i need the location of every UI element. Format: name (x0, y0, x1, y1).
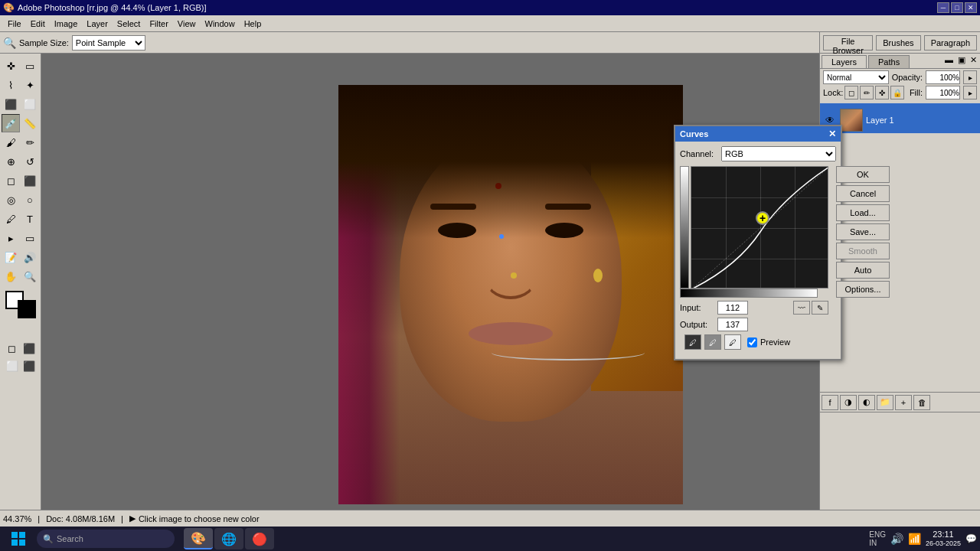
fill-input[interactable] (926, 86, 960, 99)
curves-options-button[interactable]: Options... (836, 281, 890, 298)
curves-vertical-gradient (680, 166, 689, 289)
panel-minimize-btn[interactable]: ▬ (943, 55, 955, 68)
preview-checkbox[interactable] (747, 337, 757, 347)
slice-tool[interactable]: ⬜ (21, 95, 39, 113)
menu-file[interactable]: File (3, 18, 26, 30)
marquee-tool[interactable]: ▭ (21, 57, 39, 75)
layer-adjustment-btn[interactable]: ◐ (858, 395, 875, 410)
tab-layers[interactable]: Layers (822, 55, 867, 68)
blur-tool[interactable]: ◎ (2, 191, 20, 209)
close-button[interactable]: ✕ (965, 2, 977, 13)
layer-group-btn[interactable]: 📁 (877, 395, 893, 410)
menu-view[interactable]: View (173, 18, 201, 30)
lock-image-btn[interactable]: ✏ (860, 86, 874, 99)
sample-size-select[interactable]: Point Sample 3 by 3 Average 5 by 5 Avera… (72, 35, 145, 51)
standard-mode-btn[interactable]: ◻ (5, 341, 20, 356)
maximize-button[interactable]: □ (951, 2, 963, 13)
standard-screen-btn[interactable]: ⬜ (5, 358, 20, 373)
volume-icon[interactable]: 🔊 (890, 533, 903, 545)
date-display: 26-03-2025 (926, 540, 961, 548)
hand-tool[interactable]: ✋ (2, 267, 20, 285)
canvas-image[interactable] (338, 85, 683, 504)
measure-tool[interactable]: 📏 (21, 114, 39, 132)
path-selection-tool[interactable]: ▸ (2, 229, 20, 247)
layer-item[interactable]: 👁 Layer 1 (820, 106, 980, 134)
search-box[interactable]: 🔍 Search (37, 530, 175, 548)
curves-graph[interactable]: + (691, 166, 828, 289)
lasso-tool[interactable]: ⌇ (2, 76, 20, 94)
pencil-tool[interactable]: ✏ (21, 133, 39, 152)
tab-paths[interactable]: Paths (868, 55, 910, 68)
menu-filter[interactable]: Filter (145, 18, 172, 30)
lock-position-btn[interactable]: ✜ (875, 86, 889, 99)
fill-arrow[interactable]: ▸ (963, 86, 977, 99)
start-button[interactable] (3, 529, 34, 549)
curves-save-button[interactable]: Save... (836, 223, 890, 240)
full-screen-btn[interactable]: ⬛ (21, 358, 37, 373)
curves-eyedropper-white[interactable]: 🖊 (724, 334, 741, 350)
type-tool[interactable]: T (21, 210, 39, 228)
paragraph-button[interactable]: Paragraph (924, 35, 977, 51)
brushes-button[interactable]: Brushes (876, 35, 920, 51)
crop-tool[interactable]: ⬛ (2, 95, 20, 113)
curves-auto-button[interactable]: Auto (836, 262, 890, 279)
curves-ok-button[interactable]: OK (836, 166, 890, 183)
history-brush-tool[interactable]: ↺ (21, 152, 39, 171)
quick-mask-btn[interactable]: ⬛ (21, 341, 37, 356)
menu-help[interactable]: Help (240, 18, 266, 30)
layer-thumbnail (840, 109, 863, 132)
notes-tool[interactable]: 📝 (2, 248, 20, 266)
curves-close-button[interactable]: ✕ (828, 129, 836, 139)
curves-control-point[interactable]: + (756, 211, 769, 225)
fill-tool[interactable]: ⬛ (21, 171, 39, 190)
move-tool[interactable]: ✜ (2, 57, 20, 75)
curves-smooth-button[interactable]: Smooth (836, 243, 890, 259)
lock-all-btn[interactable]: 🔒 (890, 86, 904, 99)
panel-expand-btn[interactable]: ▣ (956, 55, 967, 68)
menu-window[interactable]: Window (201, 18, 240, 30)
taskbar-app-2[interactable]: 🔴 (245, 528, 274, 549)
delete-layer-btn[interactable]: 🗑 (913, 395, 930, 410)
panel-close-btn[interactable]: ✕ (969, 55, 978, 68)
eraser-tool[interactable]: ◻ (2, 171, 20, 190)
menu-select[interactable]: Select (113, 18, 145, 30)
blend-mode-select[interactable]: Normal Multiply Screen (823, 70, 889, 84)
brush-tool[interactable]: 🖌 (2, 133, 20, 152)
curves-cancel-button[interactable]: Cancel (836, 185, 890, 202)
hair-area (338, 85, 683, 238)
shape-tool[interactable]: ▭ (21, 229, 39, 247)
menu-edit[interactable]: Edit (26, 18, 50, 30)
windows-logo-icon (11, 531, 26, 546)
pen-tool[interactable]: 🖊 (2, 210, 20, 228)
svg-rect-4 (19, 540, 25, 546)
menu-layer[interactable]: Layer (82, 18, 113, 30)
wand-tool[interactable]: ✦ (21, 76, 39, 94)
new-layer-btn[interactable]: + (895, 395, 912, 410)
layer-mask-btn[interactable]: ◑ (840, 395, 857, 410)
lock-transparent-btn[interactable]: ◻ (844, 86, 858, 99)
minimize-button[interactable]: ─ (937, 2, 949, 13)
taskbar-photoshop[interactable]: 🎨 (184, 528, 213, 549)
opacity-arrow[interactable]: ▸ (963, 70, 977, 84)
opacity-input[interactable] (926, 70, 960, 84)
dodge-tool[interactable]: ○ (21, 191, 39, 209)
menu-image[interactable]: Image (50, 18, 83, 30)
curves-load-button[interactable]: Load... (836, 204, 890, 221)
layer-style-btn[interactable]: f (822, 395, 838, 410)
audio-tool[interactable]: 🔊 (21, 248, 39, 266)
zoom-tool[interactable]: 🔍 (21, 267, 39, 285)
background-color[interactable] (18, 300, 36, 318)
taskbar-browser[interactable]: 🌐 (214, 528, 243, 549)
notification-icon[interactable]: 💬 (965, 533, 977, 544)
curves-smooth-tool[interactable]: ✎ (812, 301, 828, 315)
curves-title-text: Curves (680, 129, 708, 139)
file-browser-button[interactable]: File Browser (823, 35, 873, 51)
channel-select[interactable]: RGB Red Green Blue (721, 146, 836, 161)
curves-eyedropper-gray[interactable]: 🖊 (704, 334, 721, 350)
eyedropper-tool[interactable]: 💉 (2, 114, 20, 132)
clone-tool[interactable]: ⊕ (2, 152, 20, 171)
time-display: 23:11 (933, 530, 954, 540)
curves-eyedropper-black[interactable]: 🖊 (684, 334, 701, 350)
network-icon[interactable]: 📶 (908, 533, 921, 545)
curves-pencil-tool[interactable]: 〰 (793, 301, 810, 315)
